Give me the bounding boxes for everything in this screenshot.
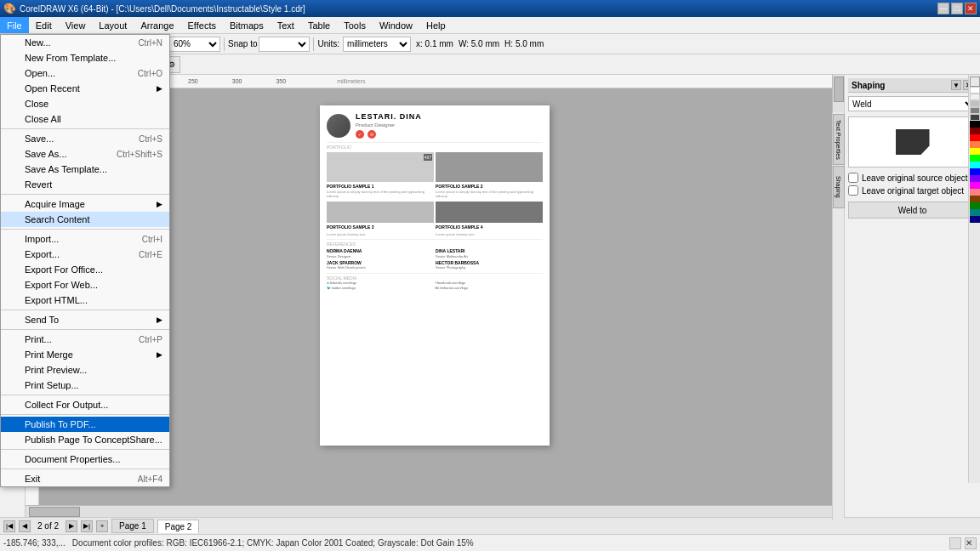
menu-send-to[interactable]: Send To ▶ [1,312,169,327]
shaping-title: Shaping [852,81,885,90]
menu-import-shortcut: Ctrl+I [142,235,162,244]
color-gray[interactable] [970,107,980,114]
zoom-select[interactable]: 60% 100% [169,37,220,52]
menu-print-setup[interactable]: Print Setup... [1,378,169,393]
menu-export-html[interactable]: Export HTML... [1,293,169,308]
color-navy[interactable] [970,216,980,223]
menu-print-setup-label: Print Setup... [25,380,79,390]
menu-search-content[interactable]: Search Content [1,212,169,227]
menu-close-all[interactable]: Close All [1,111,169,127]
snap-label: Snap to [228,39,257,48]
color-blue[interactable] [970,168,980,175]
menu-print-shortcut: Ctrl+P [139,335,162,344]
menu-effects[interactable]: Effects [181,17,223,33]
menu-import[interactable]: Import... Ctrl+I [1,231,169,247]
menu-tools[interactable]: Tools [337,17,373,33]
menu-arrange[interactable]: Arrange [134,17,180,33]
menu-new-shortcut: Ctrl+N [138,38,162,48]
menu-save-as[interactable]: Save As... Ctrl+Shift+S [1,146,169,162]
menu-save-template[interactable]: Save As Template... [1,162,169,177]
close-button[interactable]: ✕ [965,3,977,14]
color-violet[interactable] [970,175,980,182]
units-select[interactable]: millimeters [343,37,411,52]
color-brown[interactable] [970,196,980,202]
menu-open[interactable]: Open... Ctrl+O [1,65,169,81]
color-red[interactable] [970,134,980,141]
menu-publish-pdf[interactable]: Publish To PDF... [1,417,169,432]
menu-view[interactable]: View [59,17,93,33]
menu-open-recent[interactable]: Open Recent ▶ [1,81,169,96]
menu-help[interactable]: Help [419,17,453,33]
color-pink[interactable] [970,189,980,196]
menu-export-web[interactable]: Export For Web... [1,277,169,293]
units-label: Units: [317,39,339,48]
page-last-btn[interactable]: ▶| [81,520,93,532]
page-prev-btn[interactable]: ◀ [19,520,31,532]
shaping-mode-select[interactable]: Weld Trim Intersect [848,96,977,111]
no-color[interactable] [970,77,980,87]
menu-new-template[interactable]: New From Template... [1,50,169,65]
menu-acquire-image[interactable]: Acquire Image ▶ [1,196,169,212]
page-add-btn[interactable]: + [96,520,108,532]
menu-collect-output[interactable]: Collect For Output... [1,397,169,412]
menu-revert[interactable]: Revert [1,177,169,192]
status-btn-2[interactable]: ✕ [965,537,977,549]
color-yellow[interactable] [970,148,980,155]
color-cyan[interactable] [970,162,980,168]
color-darkred[interactable] [970,128,980,134]
shaping-btn-side[interactable]: Shaping [833,166,845,208]
page-tab-1[interactable]: Page 1 [111,519,154,533]
color-orange[interactable] [970,141,980,148]
menu-export[interactable]: Export... Ctrl+E [1,247,169,262]
status-btn-1[interactable] [949,537,961,549]
ref1-title: Senior Designer [327,254,434,258]
weld-to-button[interactable]: Weld to [848,202,977,219]
cv-title: Product Designer [356,122,422,129]
portfolio-label: PORTFOLIO [327,142,543,151]
menu-doc-props[interactable]: Document Properties... [1,452,169,467]
color-white[interactable] [970,87,980,94]
color-darkgreen[interactable] [970,202,980,209]
color-silver[interactable] [970,100,980,107]
color-darkgray[interactable] [970,114,980,121]
page-next-btn[interactable]: ▶ [66,520,77,532]
page-tab-2[interactable]: Page 2 [157,520,200,533]
color-lightgray[interactable] [970,94,980,100]
properties-btn[interactable]: Text Properties [833,114,845,165]
target-object-checkbox[interactable] [848,185,858,196]
menu-open-shortcut: Ctrl+O [138,69,162,78]
menu-print-merge[interactable]: Print Merge ▶ [1,347,169,362]
color-strip [968,75,980,483]
menu-window[interactable]: Window [373,17,419,33]
snap-select[interactable] [259,37,310,52]
menu-exit[interactable]: Exit Alt+F4 [1,471,169,486]
menu-text[interactable]: Text [271,17,301,33]
menu-bitmaps[interactable]: Bitmaps [223,17,271,33]
x-value: x: 0.1 mm [416,39,453,48]
menu-file[interactable]: File [0,17,29,33]
source-object-checkbox[interactable] [848,173,858,183]
menu-table[interactable]: Table [301,17,337,33]
menu-print[interactable]: Print... Ctrl+P [1,332,169,347]
menu-save-as-shortcut: Ctrl+Shift+S [117,150,162,159]
menu-edit[interactable]: Edit [29,17,59,33]
menu-save-shortcut: Ctrl+S [139,134,162,144]
menu-close[interactable]: Close [1,96,169,111]
page-first-btn[interactable]: |◀ [3,520,15,532]
menu-print-preview[interactable]: Print Preview... [1,362,169,378]
color-teal[interactable] [970,209,980,216]
minimize-button[interactable]: — [937,3,949,14]
menu-layout[interactable]: Layout [92,17,134,33]
menu-new[interactable]: New... Ctrl+N [1,35,169,50]
menu-publish-concept[interactable]: Publish Page To ConceptShare... [1,432,169,447]
color-green[interactable] [970,155,980,162]
maximize-button[interactable]: □ [951,3,963,14]
sep-7 [1,414,169,415]
color-black[interactable] [970,121,980,128]
menu-export-office[interactable]: Export For Office... [1,262,169,277]
h-value: H: 5.0 mm [504,39,544,48]
menu-save[interactable]: Save... Ctrl+S [1,131,169,146]
color-magenta[interactable] [970,182,980,189]
panel-menu-btn[interactable]: ▼ [951,80,961,90]
scrollbar-h[interactable] [26,505,832,517]
